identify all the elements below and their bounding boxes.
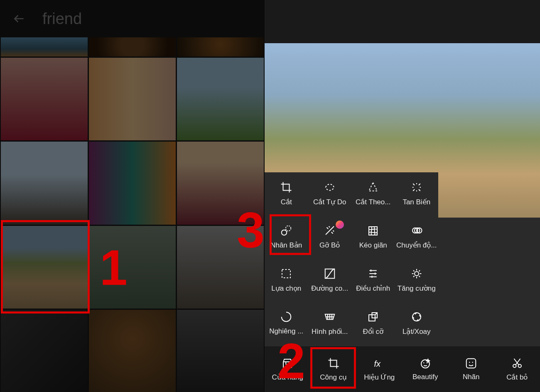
tools-grid: Cắt Cắt Tự Do Cắt Theo... Tan Biến Nhân …: [265, 172, 438, 345]
tool-dispersion[interactable]: Tan Biến: [395, 172, 439, 216]
motion-icon: [410, 224, 423, 237]
tool-adjust[interactable]: Điều chỉnh: [351, 259, 395, 302]
tool-flip-rotate[interactable]: Lật/Xoay: [395, 301, 439, 345]
tool-label: Tăng cường: [398, 284, 436, 293]
perspective-icon: [324, 311, 336, 323]
tilt-shift-icon: [280, 311, 292, 323]
tool-motion[interactable]: Chuyển độ...: [395, 216, 439, 259]
tool-label: Gỡ Bỏ: [319, 241, 340, 250]
gallery-panel: friend 1 3: [0, 0, 265, 392]
tool-label: Tan Biến: [403, 198, 430, 206]
tool-label: Chuyển độ...: [396, 241, 437, 250]
tool-enhance[interactable]: Tăng cường: [395, 259, 439, 302]
back-arrow-icon[interactable]: [12, 12, 26, 25]
svg-rect-15: [466, 359, 476, 368]
bottom-sticker[interactable]: Nhãn: [448, 357, 494, 381]
tool-curves[interactable]: Đường co...: [308, 259, 352, 302]
gallery-thumb[interactable]: [1, 58, 88, 140]
gallery-thumb[interactable]: [1, 310, 88, 392]
gallery-thumb[interactable]: [177, 226, 264, 309]
gallery-thumb[interactable]: [89, 310, 176, 392]
tool-label: Cắt Theo...: [356, 198, 390, 206]
svg-point-16: [469, 362, 470, 363]
stretch-icon: [367, 225, 379, 237]
gallery-thumb[interactable]: [89, 37, 176, 56]
bottom-label: Nhãn: [463, 373, 480, 381]
editor-top-bar: [265, 0, 540, 43]
effects-icon: fx: [373, 357, 385, 370]
tool-crop[interactable]: Cắt: [265, 172, 308, 216]
bottom-cutout[interactable]: Cắt bỏ: [494, 357, 540, 382]
bottom-tools[interactable]: Công cụ: [311, 357, 357, 382]
bottom-label: Beautify: [412, 373, 438, 381]
tool-free-crop[interactable]: Cắt Tự Do: [308, 172, 352, 216]
bottom-label: Công cụ: [320, 373, 347, 382]
gallery-thumb[interactable]: [89, 58, 176, 140]
tool-label: Nhân Bản: [270, 241, 302, 250]
remove-icon: [324, 224, 336, 237]
gallery-thumb[interactable]: [1, 37, 88, 56]
tool-shape-crop[interactable]: Cắt Theo...: [351, 172, 395, 216]
gallery-thumb[interactable]: [177, 310, 264, 392]
tool-clone[interactable]: Nhân Bản: [265, 216, 308, 259]
tool-label: Lựa chọn: [271, 284, 301, 293]
tool-remove[interactable]: Gỡ Bỏ: [308, 216, 352, 259]
svg-rect-5: [282, 270, 290, 278]
tool-label: Cắt Tự Do: [313, 198, 346, 206]
tool-label: Đường co...: [311, 284, 348, 293]
svg-point-1: [286, 226, 291, 231]
svg-text:fx: fx: [374, 359, 381, 368]
tools-icon: [327, 357, 340, 370]
gallery-grid: [0, 37, 265, 392]
gallery-thumb[interactable]: [177, 37, 264, 56]
tool-selection[interactable]: Lựa chọn: [265, 259, 308, 302]
gallery-thumb[interactable]: [177, 58, 264, 140]
svg-point-17: [472, 362, 474, 363]
tool-label: Cắt: [281, 198, 292, 206]
curves-icon: [324, 267, 336, 280]
tool-label: Nghiêng ...: [269, 327, 303, 336]
resize-icon: [367, 311, 379, 323]
tool-stretch[interactable]: Kéo giãn: [351, 216, 395, 259]
gallery-thumb[interactable]: [89, 142, 176, 224]
tool-label: Lật/Xoay: [403, 327, 431, 336]
clone-icon: [280, 224, 292, 237]
gallery-thumb[interactable]: [1, 142, 88, 224]
gallery-thumb[interactable]: [177, 142, 264, 224]
adjust-icon: [367, 267, 379, 280]
premium-badge-icon: [336, 220, 344, 229]
editor-bottom-bar: Cửa hàng Công cụ fx Hiệu Ứng Beautify Nh…: [265, 346, 540, 392]
tool-resize[interactable]: Đổi cỡ: [351, 301, 395, 345]
tool-perspective[interactable]: Hình phối...: [308, 301, 352, 345]
cutout-icon: [511, 357, 523, 370]
gallery-thumb-selected[interactable]: [1, 226, 88, 309]
store-icon: [281, 357, 294, 370]
selection-icon: [280, 267, 292, 280]
enhance-icon: [410, 267, 423, 280]
bottom-store[interactable]: Cửa hàng: [265, 357, 311, 382]
beautify-icon: [419, 357, 432, 370]
svg-point-0: [282, 230, 287, 235]
free-crop-icon: [324, 181, 336, 194]
gallery-header: friend: [0, 0, 265, 37]
svg-point-10: [412, 313, 421, 321]
gallery-thumb[interactable]: [89, 226, 176, 309]
bottom-label: Cửa hàng: [272, 373, 303, 382]
bottom-label: Cắt bỏ: [506, 373, 528, 382]
tool-label: Điều chỉnh: [356, 284, 390, 293]
sticker-icon: [465, 357, 477, 370]
tool-tilt-shift[interactable]: Nghiêng ...: [265, 301, 308, 345]
tool-label: Hình phối...: [312, 327, 348, 336]
bottom-beautify[interactable]: Beautify: [403, 357, 449, 381]
search-text[interactable]: friend: [42, 10, 82, 28]
dispersion-icon: [410, 181, 423, 194]
shape-crop-icon: [367, 181, 379, 194]
bottom-effects[interactable]: fx Hiệu Ứng: [356, 357, 403, 382]
bottom-label: Hiệu Ứng: [364, 373, 395, 382]
svg-point-13: [423, 363, 425, 364]
svg-point-14: [426, 363, 427, 364]
svg-point-7: [415, 272, 419, 276]
tool-label: Kéo giãn: [359, 241, 387, 250]
tool-label: Đổi cỡ: [363, 327, 383, 336]
flip-rotate-icon: [410, 311, 423, 323]
